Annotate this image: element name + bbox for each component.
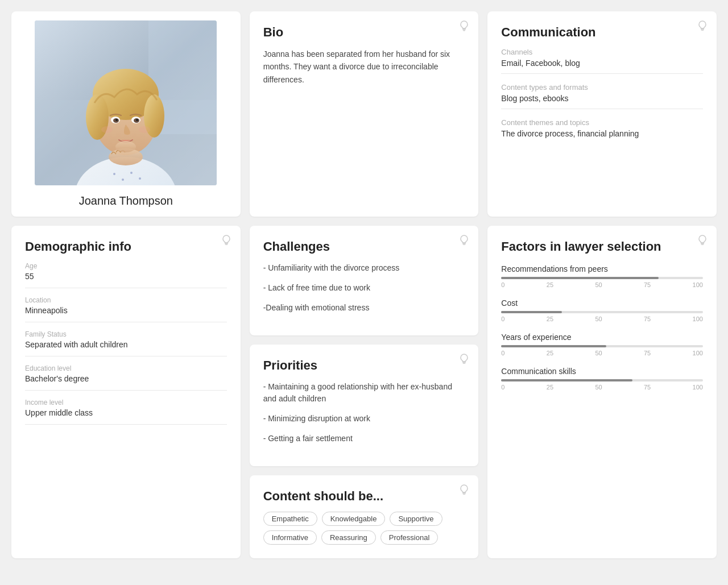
content-should-be-title: Content should be... [263, 489, 465, 504]
factor-label: Cost [501, 298, 703, 308]
bar-label: 0 [501, 350, 504, 356]
bar-labels: 0255075100 [501, 281, 703, 288]
factor-item: Cost 0255075100 [501, 298, 703, 322]
demo-field: Income level Upper middle class [25, 399, 227, 425]
demo-field: Family Status Separated with adult child… [25, 330, 227, 356]
profile-name: Joanna Thompson [79, 194, 173, 208]
demo-field-value: Upper middle class [25, 408, 227, 425]
priority-item: - Minimizing disruption at work [263, 413, 465, 425]
challenge-item: - Lack of free time due to work [263, 282, 465, 294]
content-tag: Knowledgable [322, 512, 386, 526]
demo-field-value: 55 [25, 272, 227, 288]
demo-field-label: Age [25, 262, 227, 270]
bar-label: 0 [501, 281, 504, 288]
bio-card: Bio Joanna has been separated from her h… [250, 11, 479, 217]
bar-label: 25 [547, 316, 553, 322]
bar-label: 100 [693, 281, 703, 288]
demographic-fields: Age 55 Location Minneapolis Family Statu… [25, 262, 227, 425]
bar-label: 50 [595, 281, 602, 288]
main-grid: Joanna Thompson Bio Joanna has been sepa… [11, 11, 717, 558]
bar-track [501, 379, 703, 381]
challenges-card: Challenges - Unfamiliarity with the divo… [250, 226, 479, 335]
demo-field: Location Minneapolis [25, 296, 227, 322]
priorities-title: Priorities [263, 358, 465, 373]
svg-rect-24 [463, 30, 465, 31]
bar-labels: 0255075100 [501, 350, 703, 356]
channels-label: Channels [501, 48, 703, 56]
channels-section: Channels Email, Facebook, blog [501, 48, 703, 74]
lightbulb-icon-fac [697, 235, 708, 250]
priorities-items: - Maintaining a good relationship with h… [263, 381, 465, 445]
svg-point-18 [136, 119, 138, 121]
demo-field-value: Bachelor's degree [25, 374, 227, 391]
lightbulb-icon-csb [459, 484, 469, 500]
factor-label: Communication skills [501, 367, 703, 376]
content-themes-section: Content themes and topics The divorce pr… [501, 118, 703, 144]
bar-label: 25 [547, 384, 553, 391]
svg-rect-31 [463, 244, 465, 245]
bar-label: 75 [644, 350, 651, 356]
bio-text: Joanna has been separated from her husba… [263, 48, 465, 86]
demo-field: Education level Bachelor's degree [25, 364, 227, 391]
bar-fill [501, 345, 606, 347]
bar-label: 75 [644, 281, 651, 288]
svg-rect-35 [463, 493, 465, 495]
bar-label: 100 [693, 384, 703, 391]
content-tag: Professional [380, 530, 439, 545]
profile-card: Joanna Thompson [11, 11, 241, 217]
bar-label: 50 [595, 384, 602, 391]
bar-label: 50 [595, 316, 602, 322]
bar-track [501, 345, 703, 347]
priorities-card: Priorities - Maintaining a good relation… [250, 345, 479, 466]
bar-label: 100 [693, 350, 703, 356]
content-tag: Empathetic [263, 512, 317, 526]
factor-item: Recommendations from peers 0255075100 [501, 264, 703, 288]
bar-track [501, 277, 703, 279]
svg-rect-33 [463, 363, 465, 364]
svg-point-6 [130, 172, 133, 174]
middle-column: Challenges - Unfamiliarity with the divo… [250, 226, 479, 558]
challenges-title: Challenges [263, 239, 465, 254]
svg-rect-37 [701, 244, 704, 245]
content-types-section: Content types and formats Blog posts, eb… [501, 83, 703, 109]
demo-field-value: Minneapolis [25, 306, 227, 322]
bar-label: 75 [644, 316, 651, 322]
bar-fill [501, 379, 632, 381]
bar-fill [501, 277, 659, 279]
svg-rect-27 [701, 30, 704, 31]
svg-point-4 [113, 173, 115, 175]
content-tag: Reassuring [321, 530, 376, 545]
demographic-card: Demographic info Age 55 Location Minneap… [11, 226, 241, 558]
profile-image [35, 20, 217, 185]
bar-label: 50 [595, 350, 602, 356]
bar-label: 100 [693, 316, 703, 322]
challenge-item: - Unfamiliarity with the divorce process [263, 262, 465, 274]
demo-field-label: Education level [25, 364, 227, 372]
demo-field: Age 55 [25, 262, 227, 288]
bar-fill [501, 311, 561, 313]
svg-point-22 [139, 126, 150, 133]
factor-item: Communication skills 0255075100 [501, 367, 703, 391]
priority-item: - Maintaining a good relationship with h… [263, 381, 465, 405]
demo-field-label: Location [25, 296, 227, 304]
content-themes-label: Content themes and topics [501, 118, 703, 127]
bar-labels: 0255075100 [501, 316, 703, 322]
bio-title: Bio [263, 25, 465, 40]
factors-card: Factors in lawyer selection Recommendati… [487, 226, 717, 558]
content-should-be-card: Content should be... EmpatheticKnowledga… [250, 475, 479, 558]
factor-label: Years of experience [501, 333, 703, 342]
factors-items: Recommendations from peers 0255075100 Co… [501, 264, 703, 391]
svg-point-20 [115, 141, 136, 152]
lightbulb-icon-demo [221, 235, 231, 250]
communication-card: Communication Channels Email, Facebook, … [487, 11, 717, 217]
lightbulb-icon-pri [459, 354, 469, 369]
bar-label: 0 [501, 384, 504, 391]
content-tags-container: EmpatheticKnowledgableSupportiveInformat… [263, 512, 465, 545]
content-types-label: Content types and formats [501, 83, 703, 92]
factor-item: Years of experience 0255075100 [501, 333, 703, 356]
svg-point-21 [101, 126, 113, 133]
channels-value: Email, Facebook, blog [501, 59, 703, 74]
svg-point-5 [122, 179, 124, 181]
bar-track [501, 311, 703, 313]
bar-label: 75 [644, 384, 651, 391]
